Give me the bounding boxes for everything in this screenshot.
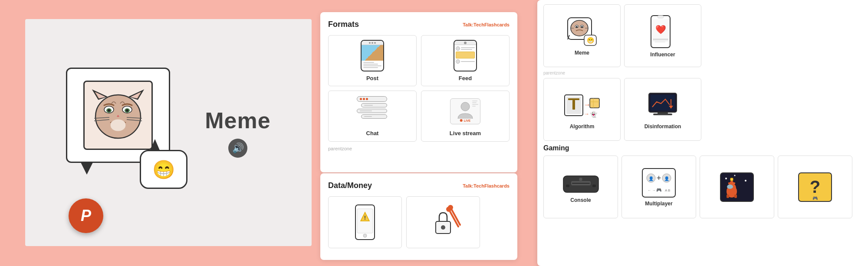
post-label: Post bbox=[366, 75, 378, 81]
svg-rect-43 bbox=[658, 16, 664, 18]
formats-card: Formats Talk:TechFlashcards bbox=[320, 12, 517, 172]
svg-text:A B: A B bbox=[665, 188, 670, 192]
svg-rect-62 bbox=[572, 183, 590, 184]
svg-rect-46 bbox=[568, 98, 579, 100]
svg-text:👻: 👻 bbox=[590, 111, 598, 118]
gaming-item-3[interactable] bbox=[700, 156, 774, 218]
meme-title: Meme bbox=[205, 107, 270, 133]
data-money-title: Data/Money bbox=[328, 181, 372, 190]
right-row-2: → → 👻 Algorithm bbox=[543, 78, 862, 141]
emoji-bubble: 😁 bbox=[140, 150, 187, 189]
grumpy-cat-icon bbox=[90, 87, 146, 143]
gaming-heading: Gaming bbox=[543, 144, 862, 152]
svg-point-23 bbox=[441, 225, 445, 230]
format-item-post[interactable]: Post bbox=[328, 35, 417, 86]
gaming-section: Gaming Console bbox=[543, 144, 862, 218]
format-item-livestream[interactable]: LIVE Live stream bbox=[421, 91, 510, 142]
sound-icon[interactable]: 🔊 bbox=[228, 139, 247, 158]
gaming-item-4[interactable]: ? 🎮 bbox=[778, 156, 852, 218]
right-meme-item[interactable]: 😁 Meme bbox=[543, 4, 621, 67]
svg-rect-59 bbox=[653, 114, 672, 115]
gaming-item-multiplayer[interactable]: 👤 + 👤 ← → 🎮 A B Multiplayer bbox=[621, 156, 696, 218]
svg-text:?: ? bbox=[810, 177, 820, 196]
svg-point-27 bbox=[448, 205, 453, 210]
right-influencer-label: Influencer bbox=[650, 52, 675, 58]
svg-point-77 bbox=[734, 175, 736, 176]
svg-point-21 bbox=[363, 234, 367, 237]
right-meme-icon: 😁 bbox=[566, 16, 598, 47]
right-disinfo-label: Disinformation bbox=[644, 123, 681, 130]
right-parentzone-1: parentzone bbox=[543, 71, 862, 75]
console-icon bbox=[562, 171, 599, 195]
svg-rect-64 bbox=[592, 185, 596, 187]
svg-point-16 bbox=[461, 102, 470, 111]
slide-content: 😁 Meme 🔊 bbox=[25, 59, 312, 206]
influencer-icon: ❤️ bbox=[649, 14, 677, 49]
svg-text:❤️: ❤️ bbox=[655, 24, 666, 35]
svg-point-35 bbox=[581, 26, 583, 28]
svg-rect-49 bbox=[590, 98, 599, 108]
right-algo-item[interactable]: → → 👻 Algorithm bbox=[543, 78, 621, 141]
svg-rect-86 bbox=[730, 178, 733, 181]
parentzone-label-formats: parentzone bbox=[328, 146, 510, 151]
disinformation-icon bbox=[647, 90, 678, 121]
svg-text:→: → bbox=[584, 111, 589, 117]
svg-text:👤: 👤 bbox=[648, 176, 654, 182]
svg-text:← →: ← → bbox=[648, 188, 655, 192]
card-header: Formats Talk:TechFlashcards bbox=[328, 20, 510, 29]
data-item-1: ! bbox=[328, 196, 402, 248]
feed-label: Feed bbox=[459, 75, 472, 81]
svg-point-76 bbox=[725, 178, 727, 179]
data-item-2 bbox=[406, 196, 480, 248]
svg-rect-42 bbox=[655, 41, 665, 42]
svg-rect-66 bbox=[642, 169, 675, 197]
svg-rect-85 bbox=[728, 182, 735, 184]
formats-grid: Post bbox=[328, 35, 510, 142]
livestream-label: Live stream bbox=[450, 130, 481, 136]
svg-point-10 bbox=[126, 109, 128, 112]
svg-point-9 bbox=[108, 109, 110, 112]
svg-rect-82 bbox=[727, 195, 729, 198]
svg-text:🎮: 🎮 bbox=[656, 187, 662, 193]
right-panel: 😁 Meme ❤️ Influencer parentzone bbox=[537, 0, 868, 266]
format-item-feed[interactable]: Feed bbox=[421, 35, 510, 86]
svg-rect-63 bbox=[566, 185, 569, 187]
data-talk-tech-badge: Talk:TechFlashcards bbox=[463, 183, 510, 188]
svg-point-15 bbox=[110, 119, 126, 131]
talk-tech-badge: Talk:TechFlashcards bbox=[463, 22, 510, 27]
gaming-item-4-icon: ? 🎮 bbox=[798, 172, 832, 202]
svg-text:!: ! bbox=[364, 215, 366, 221]
cat-frame bbox=[83, 81, 153, 150]
svg-text:👤: 👤 bbox=[664, 176, 670, 182]
formats-title: Formats bbox=[328, 20, 359, 29]
svg-rect-75 bbox=[720, 173, 753, 201]
meme-illustration: 😁 bbox=[66, 68, 187, 198]
right-meme-label: Meme bbox=[575, 50, 589, 56]
gaming-item-console[interactable]: Console bbox=[543, 156, 618, 218]
svg-text:😁: 😁 bbox=[586, 37, 594, 44]
right-disinfo-item[interactable]: Disinformation bbox=[624, 78, 701, 141]
data-card-header: Data/Money Talk:TechFlashcards bbox=[328, 181, 510, 190]
ppt-badge: P bbox=[69, 198, 103, 233]
post-icon bbox=[361, 40, 384, 71]
slide-area: 😁 Meme 🔊 P bbox=[25, 19, 312, 246]
right-algo-label: Algorithm bbox=[570, 123, 595, 130]
svg-text:+: + bbox=[657, 174, 661, 182]
svg-text:🎮: 🎮 bbox=[812, 195, 818, 201]
algorithm-icon: → → 👻 bbox=[564, 90, 601, 121]
chat-label: Chat bbox=[366, 130, 379, 136]
svg-point-78 bbox=[745, 180, 746, 182]
svg-rect-47 bbox=[572, 100, 575, 110]
console-label: Console bbox=[570, 197, 591, 203]
meme-label-area: Meme 🔊 bbox=[205, 107, 270, 158]
data-money-card: Data/Money Talk:TechFlashcards ! bbox=[320, 173, 517, 260]
gaming-item-3-icon bbox=[720, 172, 754, 202]
format-item-chat[interactable]: Chat bbox=[328, 91, 417, 142]
chat-icon bbox=[357, 96, 388, 127]
svg-rect-41 bbox=[653, 39, 668, 40]
svg-point-81 bbox=[727, 185, 733, 189]
svg-rect-83 bbox=[734, 195, 737, 198]
multiplayer-icon: 👤 + 👤 ← → 🎮 A B bbox=[641, 168, 676, 198]
livestream-icon: LIVE bbox=[448, 96, 483, 127]
right-influencer-item[interactable]: ❤️ Influencer bbox=[624, 4, 701, 67]
